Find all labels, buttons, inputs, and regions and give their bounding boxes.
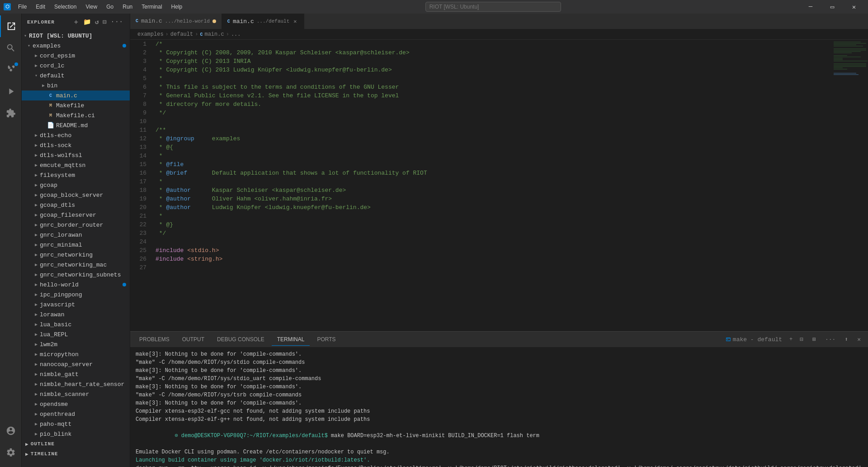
- tree-arrow: ▶: [33, 63, 40, 68]
- breadcrumb-default[interactable]: default: [170, 31, 193, 38]
- tree-item-gcoap-block[interactable]: ▶ gcoap_block_server: [22, 190, 130, 200]
- tree-item-openthread[interactable]: ▶ openthread: [22, 409, 130, 419]
- terminal-content[interactable]: make[3]: Nothing to be done for 'compile…: [130, 348, 868, 467]
- menu-edit[interactable]: Edit: [32, 3, 49, 11]
- activity-extensions[interactable]: [0, 102, 22, 124]
- split-terminal-btn[interactable]: ⊟: [796, 335, 807, 344]
- close-button[interactable]: ✕: [844, 0, 864, 14]
- sidebar-header: Explorer ＋ 📁 ↺ ⊟ ···: [22, 14, 130, 31]
- tree-item-opendsme[interactable]: ▶ opendsme: [22, 399, 130, 409]
- panel-tab-ports[interactable]: PORTS: [311, 334, 341, 346]
- makefile-icon: M: [47, 103, 54, 108]
- tree-item-pio-blink[interactable]: ▶ pio_blink: [22, 429, 130, 439]
- tree-item-gnrc-networking-mac[interactable]: ▶ gnrc_networking_mac: [22, 260, 130, 270]
- tree-item-nimble-gatt[interactable]: ▶ nimble_gatt: [22, 369, 130, 379]
- tree-item-lua-basic[interactable]: ▶ lua_basic: [22, 319, 130, 329]
- more-actions-icon[interactable]: ···: [110, 17, 124, 27]
- activity-run-debug[interactable]: [0, 81, 22, 102]
- tree-item-gnrc-networking-subnets[interactable]: ▶ gnrc_networking_subnets: [22, 270, 130, 280]
- menu-file[interactable]: File: [14, 3, 30, 11]
- breadcrumb-filename[interactable]: main.c: [204, 31, 224, 38]
- tree-label: ipc_pingpong: [40, 291, 82, 298]
- tree-item-javascript[interactable]: ▶ javascript: [22, 300, 130, 310]
- breadcrumb-ellipsis[interactable]: ...: [231, 31, 241, 38]
- tree-item-default[interactable]: ▾ default: [22, 71, 130, 81]
- tree-item-gcoap-dtls[interactable]: ▶ gcoap_dtls: [22, 200, 130, 210]
- tree-item-dtls-echo[interactable]: ▶ dtls-echo: [22, 130, 130, 140]
- refresh-icon[interactable]: ↺: [94, 17, 100, 27]
- tree-item-main-c[interactable]: C main.c: [22, 91, 130, 100]
- menu-go[interactable]: Go: [103, 3, 117, 11]
- search-input[interactable]: [425, 2, 561, 12]
- menu-terminal[interactable]: Terminal: [138, 3, 165, 11]
- tree-item-gcoap[interactable]: ▶ gcoap: [22, 180, 130, 190]
- breadcrumb-examples[interactable]: examples: [137, 31, 164, 38]
- tree-label-default: default: [40, 72, 65, 79]
- tab-main-c-default[interactable]: C main.c .../default ✕: [222, 14, 304, 29]
- tree-item-bin[interactable]: ▶ bin: [22, 81, 130, 91]
- menu-view[interactable]: View: [82, 3, 101, 11]
- tree-item-dtls-wolfssl[interactable]: ▶ dtls-wolfssl: [22, 150, 130, 160]
- tree-item-hello-world[interactable]: ▶ hello-world: [22, 280, 130, 290]
- activity-explorer[interactable]: [0, 15, 22, 37]
- tree-item-gcoap-fileserver[interactable]: ▶ gcoap_fileserver: [22, 210, 130, 220]
- tree-root-riot[interactable]: ▾ RIOT [WSL: UBUNTU]: [22, 31, 130, 41]
- c-file-icon: C: [47, 93, 54, 98]
- panel-tab-debug[interactable]: DEBUG CONSOLE: [212, 334, 270, 346]
- minimize-button[interactable]: ─: [800, 0, 821, 14]
- window-controls: ─ ▭ ✕: [800, 0, 864, 14]
- tree-item-examples[interactable]: ▾ examples: [22, 41, 130, 51]
- activity-accounts[interactable]: [0, 420, 22, 442]
- maximize-panel-btn[interactable]: ⬆: [841, 335, 852, 344]
- new-file-icon[interactable]: ＋: [72, 17, 80, 27]
- tree-item-makefile-ci[interactable]: M Makefile.ci: [22, 110, 130, 120]
- tree-item-lua-repl[interactable]: ▶ lua_REPL: [22, 329, 130, 339]
- tree-item-nanocoap[interactable]: ▶ nanocoap_server: [22, 359, 130, 369]
- tree-item-gnrc-networking[interactable]: ▶ gnrc_networking: [22, 250, 130, 260]
- close-panel-btn[interactable]: ✕: [854, 335, 864, 344]
- tree-item-lorawan[interactable]: ▶ lorawan: [22, 310, 130, 319]
- tree-arrow: ▶: [33, 232, 40, 238]
- menu-help[interactable]: Help: [168, 3, 186, 11]
- editor-area: C main.c .../hello-world C main.c .../de…: [130, 14, 868, 467]
- code-content[interactable]: /* * Copyright (C) 2008, 2009, 2010 Kasp…: [152, 40, 832, 331]
- code-line-1: /*: [156, 40, 832, 48]
- code-line-8: * directory for more details.: [156, 100, 832, 109]
- tree-item-emcute[interactable]: ▶ emcute_mqttsn: [22, 160, 130, 170]
- menu-run[interactable]: Run: [119, 3, 136, 11]
- panel-tab-problems[interactable]: PROBLEMS: [134, 334, 175, 346]
- tree-item-micropython[interactable]: ▶ micropython: [22, 349, 130, 359]
- activity-settings[interactable]: [0, 442, 22, 463]
- tree-item-readme[interactable]: 📄 README.md: [22, 120, 130, 130]
- tab-main-c-hello-world[interactable]: C main.c .../hello-world: [130, 14, 222, 29]
- tree-item-nimble-scanner[interactable]: ▶ nimble_scanner: [22, 389, 130, 399]
- tree-item-dtls-sock[interactable]: ▶ dtls-sock: [22, 140, 130, 150]
- panel-tab-output[interactable]: OUTPUT: [177, 334, 210, 346]
- tree-item-gnrc-border[interactable]: ▶ gnrc_border_router: [22, 220, 130, 230]
- tree-item-gnrc-lorawan[interactable]: ▶ gnrc_lorawan: [22, 230, 130, 240]
- collapse-all-icon[interactable]: ⊟: [102, 17, 108, 27]
- timeline-section[interactable]: ▶ TIMELINE: [22, 449, 130, 459]
- tree-item-cord_epsim[interactable]: ▶ cord_epsim: [22, 51, 130, 61]
- activity-source-control[interactable]: [0, 59, 22, 81]
- tree-item-cord_lc[interactable]: ▶ cord_lc: [22, 61, 130, 71]
- tree-item-lwm2m[interactable]: ▶ lwm2m: [22, 339, 130, 349]
- tree-item-ipc[interactable]: ▶ ipc_pingpong: [22, 290, 130, 300]
- menu-selection[interactable]: Selection: [51, 3, 80, 11]
- panel-more-btn[interactable]: ···: [821, 335, 839, 344]
- tree-item-gnrc-minimal[interactable]: ▶ gnrc_minimal: [22, 240, 130, 250]
- tab-close-1[interactable]: ✕: [292, 18, 298, 25]
- outline-section[interactable]: ▶ OUTLINE: [22, 439, 130, 449]
- tree-item-filesystem[interactable]: ▶ filesystem: [22, 170, 130, 180]
- activity-search[interactable]: [0, 37, 22, 59]
- panel-tab-terminal[interactable]: TERMINAL: [272, 334, 310, 346]
- tree-item-paho[interactable]: ▶ paho-mqtt: [22, 419, 130, 429]
- tree-item-nimble-heart[interactable]: ▶ nimble_heart_rate_sensor: [22, 379, 130, 389]
- tree-arrow: ▶: [33, 172, 40, 178]
- terminal-icon: [726, 337, 731, 342]
- new-folder-icon[interactable]: 📁: [82, 17, 92, 27]
- maximize-button[interactable]: ▭: [822, 0, 843, 14]
- line-num: 16: [130, 169, 146, 177]
- layout-toggle-btn[interactable]: ⊞: [809, 335, 820, 344]
- tree-item-makefile[interactable]: M Makefile: [22, 100, 130, 110]
